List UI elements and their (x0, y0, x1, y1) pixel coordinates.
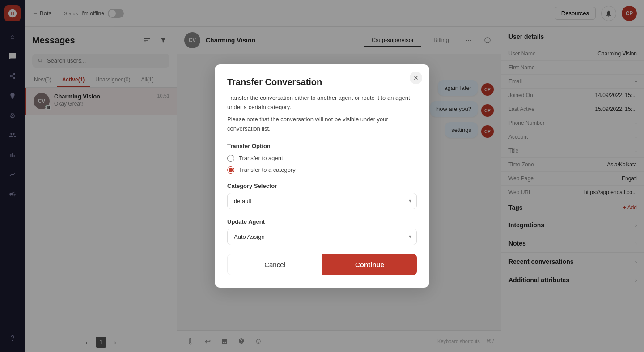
modal-note: Please note that the conversation will n… (227, 115, 417, 134)
update-agent-wrapper: Auto Assign Manual Assign ▾ (227, 229, 417, 245)
modal-footer: Cancel Continue (227, 254, 417, 275)
radio-category-input[interactable] (227, 166, 234, 174)
modal-title: Transfer Conversation (227, 77, 417, 87)
modal-description: Transfer the conversation either to anot… (227, 93, 417, 112)
cancel-button[interactable]: Cancel (227, 254, 322, 275)
modal-overlay: ✕ Transfer Conversation Transfer the con… (0, 0, 644, 352)
continue-button[interactable]: Continue (322, 254, 417, 275)
transfer-conversation-modal: ✕ Transfer Conversation Transfer the con… (215, 64, 429, 287)
update-agent-label: Update Agent (227, 218, 417, 225)
transfer-option-group: Transfer to agent Transfer to a category (227, 155, 417, 174)
transfer-option-label: Transfer Option (227, 143, 417, 149)
category-selector-wrapper: default Sales Support Technical ▾ (227, 193, 417, 209)
update-agent-selector[interactable]: Auto Assign Manual Assign (227, 229, 417, 245)
category-selector[interactable]: default Sales Support Technical (227, 193, 417, 209)
modal-close-button[interactable]: ✕ (410, 72, 422, 84)
radio-agent-input[interactable] (227, 155, 234, 162)
radio-transfer-to-agent[interactable]: Transfer to agent (227, 155, 417, 162)
category-selector-label: Category Selector (227, 182, 417, 189)
radio-transfer-to-category[interactable]: Transfer to a category (227, 166, 417, 174)
